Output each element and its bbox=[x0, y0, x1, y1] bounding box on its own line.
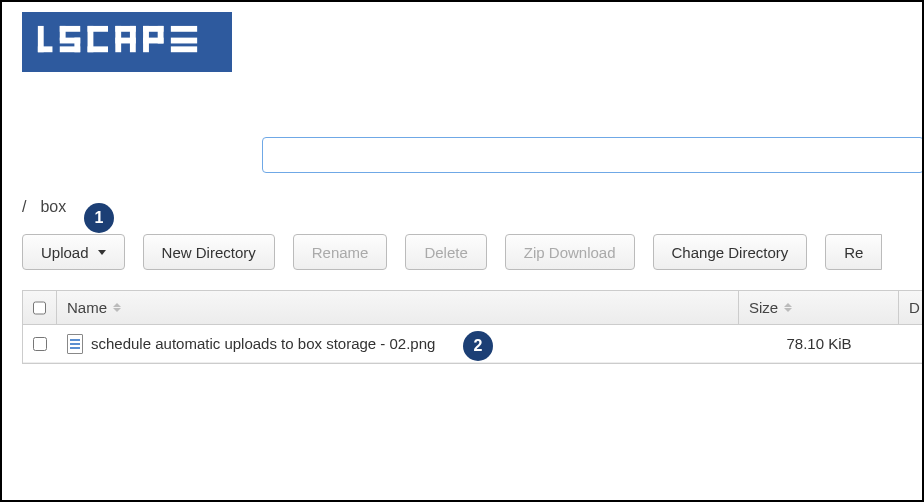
upload-button[interactable]: Upload bbox=[22, 234, 125, 270]
search-input[interactable] bbox=[262, 137, 924, 173]
date-header-label: D bbox=[909, 299, 920, 316]
sort-icon bbox=[113, 303, 121, 312]
file-name: schedule automatic uploads to box storag… bbox=[91, 335, 435, 352]
svg-rect-13 bbox=[115, 38, 135, 44]
svg-rect-17 bbox=[158, 26, 164, 44]
toolbar: Upload New Directory Rename Delete Zip D… bbox=[22, 234, 922, 270]
annotation-2: 2 bbox=[463, 331, 493, 361]
sort-icon bbox=[784, 303, 792, 312]
select-all-header[interactable] bbox=[23, 291, 57, 324]
svg-rect-6 bbox=[60, 46, 80, 52]
column-header-name[interactable]: Name bbox=[57, 291, 739, 324]
column-header-date-partial[interactable]: D bbox=[899, 291, 924, 324]
jscape-logo bbox=[22, 12, 232, 72]
table-header: Name Size D bbox=[23, 291, 922, 325]
rename-button[interactable]: Rename bbox=[293, 234, 388, 270]
zip-download-button[interactable]: Zip Download bbox=[505, 234, 635, 270]
caret-down-icon bbox=[98, 250, 106, 255]
refresh-button-partial[interactable]: Re bbox=[825, 234, 882, 270]
select-all-checkbox[interactable] bbox=[33, 301, 46, 315]
size-header-label: Size bbox=[749, 299, 778, 316]
svg-rect-1 bbox=[38, 46, 53, 52]
file-size: 78.10 KiB bbox=[786, 335, 851, 352]
svg-rect-20 bbox=[171, 46, 197, 52]
new-directory-button[interactable]: New Directory bbox=[143, 234, 275, 270]
breadcrumb: / box bbox=[22, 198, 66, 216]
annotation-1: 1 bbox=[84, 203, 114, 233]
column-header-size[interactable]: Size bbox=[739, 291, 899, 324]
row-checkbox[interactable] bbox=[33, 337, 47, 351]
svg-rect-18 bbox=[171, 26, 197, 32]
change-directory-button[interactable]: Change Directory bbox=[653, 234, 808, 270]
file-icon bbox=[67, 334, 83, 354]
breadcrumb-root[interactable]: / bbox=[22, 198, 26, 216]
name-header-label: Name bbox=[67, 299, 107, 316]
upload-label: Upload bbox=[41, 244, 89, 261]
svg-rect-19 bbox=[171, 38, 197, 44]
breadcrumb-segment[interactable]: box bbox=[40, 198, 66, 216]
svg-rect-9 bbox=[88, 46, 108, 52]
delete-button[interactable]: Delete bbox=[405, 234, 486, 270]
